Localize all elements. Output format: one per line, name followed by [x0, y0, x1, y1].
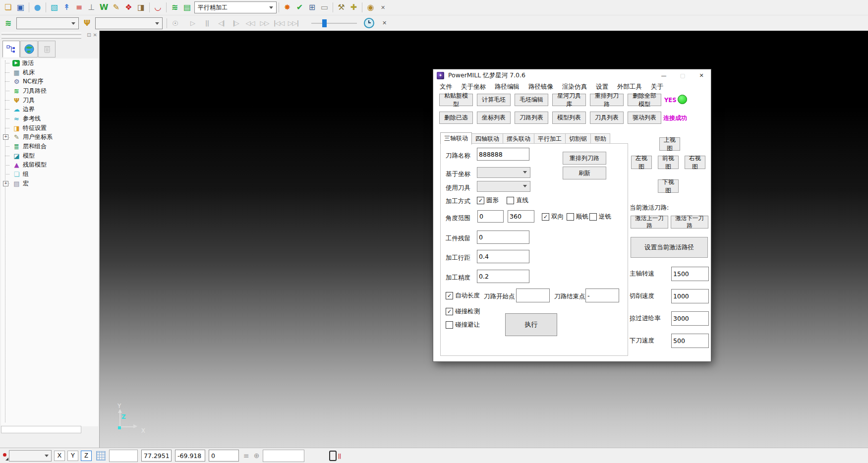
search-forward-button[interactable]: ▷▷: [258, 18, 271, 29]
open-project-icon[interactable]: ❏: [2, 1, 14, 13]
statusbar-field-1[interactable]: [109, 450, 138, 462]
light-bulb-icon[interactable]: ☉: [169, 17, 181, 29]
tree-item[interactable]: 参考线: [1, 114, 98, 123]
collision-check-checkbox[interactable]: ✓ 碰撞检测: [446, 307, 480, 316]
action-button[interactable]: 重排列刀路: [590, 94, 624, 106]
strategy-dropdown[interactable]: 平行精加工: [194, 1, 277, 13]
menu-item[interactable]: 渲染仿真: [558, 83, 591, 91]
close-toolbar-icon[interactable]: ✕: [377, 1, 389, 13]
action-button[interactable]: 删除已选: [439, 112, 473, 124]
action-button[interactable]: 驱动列表: [628, 112, 661, 124]
activate-prev-toolpath-button[interactable]: 激活上一刀路: [631, 216, 668, 229]
stock-allowance-input[interactable]: [477, 231, 529, 244]
ruler-icon[interactable]: ▭: [318, 1, 331, 13]
sim-tool-select[interactable]: [95, 17, 163, 29]
undercut-tool-icon[interactable]: ◡: [152, 1, 164, 13]
toolpath-name-input[interactable]: [477, 148, 529, 161]
view-front-button[interactable]: 前视图: [658, 156, 679, 169]
rearrange-toolpaths-button[interactable]: 重排列刀路: [563, 152, 606, 165]
expand-icon[interactable]: +: [3, 134, 8, 140]
axis-toggle-button[interactable]: X: [54, 451, 65, 461]
tree-item[interactable]: 激活: [1, 58, 98, 68]
dialog-tab[interactable]: 三轴联动: [440, 132, 472, 145]
bidirectional-checkbox[interactable]: ✓ 双向: [542, 213, 564, 221]
axis-toggle-button[interactable]: Y: [67, 451, 78, 461]
simulation-speed-slider[interactable]: [311, 19, 357, 28]
print-sphere-icon[interactable]: ●: [31, 1, 44, 13]
recycle-bin-tab[interactable]: [38, 41, 56, 58]
menu-item[interactable]: 设置: [591, 83, 613, 91]
statusbar-field-2[interactable]: [263, 450, 304, 462]
based-coord-select[interactable]: [477, 167, 530, 178]
close-toolbar-icon[interactable]: ✕: [379, 20, 390, 26]
climb-mill-checkbox[interactable]: 顺铣: [567, 213, 588, 221]
action-button[interactable]: 刀具列表: [590, 112, 624, 124]
line-checkbox[interactable]: 直线: [507, 196, 528, 205]
action-button[interactable]: 星河刀具库: [552, 94, 586, 106]
menu-item[interactable]: 路径镜像: [524, 83, 558, 91]
tree-horizontal-scrollbar[interactable]: [1, 426, 81, 433]
slider-handle[interactable]: [322, 19, 327, 27]
checkbox-box[interactable]: ✓: [542, 213, 549, 221]
tool-block-icon[interactable]: ◨: [135, 1, 147, 13]
panel-grip[interactable]: [1, 36, 81, 39]
tree-item[interactable]: 残留模型: [1, 161, 98, 170]
tree-item[interactable]: 组: [1, 170, 98, 179]
auto-length-checkbox[interactable]: ✓ 自动长度: [446, 291, 480, 300]
minimize-button[interactable]: —: [654, 69, 673, 81]
action-button[interactable]: 刀路列表: [515, 112, 548, 124]
tree-item[interactable]: 模型: [1, 151, 98, 161]
view-bottom-button[interactable]: 下视图: [658, 179, 679, 193]
menu-item[interactable]: 文件: [435, 83, 457, 91]
view-left-button[interactable]: 左视图: [631, 156, 652, 169]
calculator-icon[interactable]: ⊞: [306, 1, 318, 13]
step-forward-button[interactable]: |▷: [230, 18, 242, 29]
angle-to-input[interactable]: [508, 210, 534, 223]
tree-item[interactable]: + 宏: [1, 179, 98, 188]
menu-item[interactable]: 关于坐标: [457, 83, 490, 91]
tree-item[interactable]: + 用户坐标系: [1, 133, 98, 142]
close-button[interactable]: ✕: [692, 69, 711, 81]
circle-checkbox[interactable]: ✓ 圆形: [477, 196, 499, 205]
view-top-button[interactable]: 上视图: [659, 137, 680, 151]
angle-from-input[interactable]: [477, 210, 504, 223]
tree-item[interactable]: 特征设置: [1, 123, 98, 133]
search-block-icon[interactable]: ◉: [364, 1, 377, 13]
dialog-titlebar[interactable]: ✦ PowerMILL 忆梦星河 7.0.6 — ▢ ✕: [433, 69, 711, 81]
maximize-button[interactable]: ▢: [673, 69, 692, 81]
execute-button[interactable]: 执行: [505, 313, 557, 336]
tree-item[interactable]: 边界: [1, 105, 98, 114]
stepover-input[interactable]: [477, 250, 529, 263]
search-back-button[interactable]: ◁◁: [244, 18, 256, 29]
checkbox-box[interactable]: [567, 213, 574, 221]
panel-grip[interactable]: [1, 32, 81, 35]
statusbar-dropdown[interactable]: [9, 450, 52, 462]
action-button[interactable]: 计算毛坯: [477, 94, 511, 106]
action-button[interactable]: 模型列表: [552, 112, 586, 124]
sim-toolpath-select[interactable]: [16, 17, 79, 29]
go-to-end-button[interactable]: ▷▷|: [287, 18, 299, 29]
start-point-input[interactable]: [516, 289, 550, 302]
toolpath-check-icon[interactable]: ✔: [293, 1, 306, 13]
view-right-button[interactable]: 右视图: [685, 156, 705, 169]
toolpath-verify-icon[interactable]: ✸: [281, 1, 293, 13]
close-panel-icon[interactable]: ✕: [93, 32, 97, 38]
set-active-path-button[interactable]: 设置当前激活路径: [631, 237, 708, 258]
grid-icon[interactable]: [96, 451, 106, 461]
tolerance-input[interactable]: [477, 270, 529, 283]
save-project-icon[interactable]: ▣: [14, 1, 27, 13]
rapid-move-heights-icon[interactable]: ↟: [60, 1, 73, 13]
axis-toggle-button[interactable]: Z: [81, 451, 92, 461]
tree-item[interactable]: 层和组合: [1, 142, 98, 151]
coordinate-list-icon[interactable]: ≡: [243, 452, 249, 460]
action-button[interactable]: 毛坯编辑: [515, 94, 548, 106]
tree-item[interactable]: 刀具路径: [1, 86, 98, 96]
tree-item[interactable]: 刀具: [1, 96, 98, 105]
checkbox-box[interactable]: [446, 321, 453, 329]
action-button[interactable]: 粘贴新模型: [439, 94, 473, 106]
action-button[interactable]: 坐标列表: [477, 112, 511, 124]
phone-icon[interactable]: [329, 451, 337, 461]
move-arrows-icon[interactable]: ✚: [347, 1, 360, 13]
step-back-button[interactable]: ◁|: [215, 18, 228, 29]
clock-icon[interactable]: [364, 18, 374, 28]
